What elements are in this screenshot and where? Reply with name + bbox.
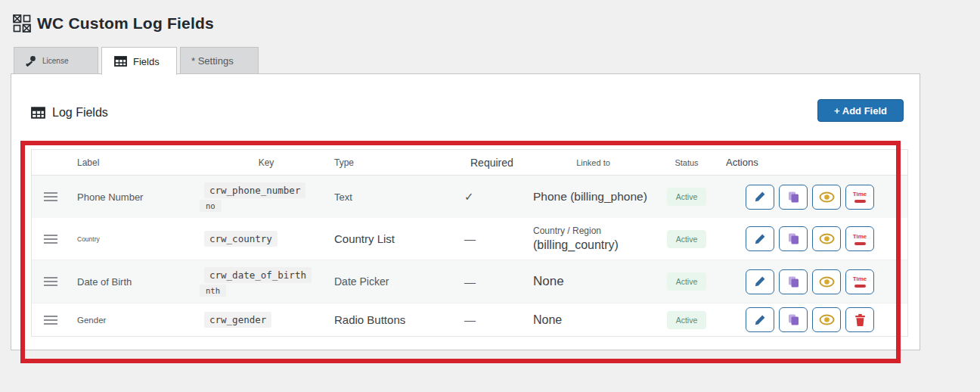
time-label: Time — [853, 233, 867, 240]
required-dash: — — [464, 313, 476, 326]
header-type: Type — [328, 150, 454, 175]
table-row: Country crw_country Country List — Count… — [32, 218, 907, 260]
header-key: Key — [198, 150, 328, 175]
time-label: Time — [853, 275, 867, 282]
linked-to-value: (billing_country) — [533, 238, 619, 252]
eye-icon — [819, 233, 835, 244]
required-dash: — — [464, 232, 476, 245]
field-label: Country — [77, 235, 100, 243]
duplicate-button[interactable] — [779, 307, 808, 332]
copy-icon — [787, 191, 800, 204]
delete-button[interactable]: Time — [845, 269, 874, 294]
action-buttons — [726, 307, 874, 332]
eye-icon-button[interactable] — [812, 269, 841, 294]
table-header-row: Label Key Type Required Linked to Status… — [32, 150, 907, 176]
panel-title: Log Fields — [52, 106, 108, 120]
pencil-icon — [754, 233, 766, 245]
eye-icon-button[interactable] — [812, 226, 841, 251]
log-fields-panel: Log Fields + Add Field Label Key Type Re… — [11, 73, 920, 350]
header-linked-to: Linked to — [528, 150, 653, 175]
linked-to-value: None — [533, 313, 562, 327]
pencil-icon — [754, 191, 766, 203]
field-key-code: crw_date_of_birth — [204, 267, 312, 283]
field-type: Country List — [334, 232, 395, 245]
field-type: Radio Buttons — [334, 313, 405, 326]
time-label: Time — [853, 191, 867, 198]
tab-fields[interactable]: Fields — [101, 47, 177, 75]
field-key-overflow: no — [200, 200, 222, 212]
header-status: Status — [653, 150, 720, 175]
page-header: WC Custom Log Fields — [12, 14, 214, 33]
panel-heading: Log Fields — [31, 106, 108, 120]
copy-icon — [787, 313, 800, 326]
field-label: Phone Number — [77, 191, 143, 203]
field-key-code: crw_country — [204, 231, 278, 247]
tab-license[interactable]: License — [14, 47, 98, 74]
drag-handle-icon[interactable] — [44, 316, 57, 325]
duplicate-button[interactable] — [779, 185, 808, 210]
admin-page: WC Custom Log Fields License — [0, 0, 980, 392]
field-key-code: crw_gender — [204, 312, 271, 328]
drag-handle-icon[interactable] — [44, 192, 57, 201]
duplicate-button[interactable] — [779, 269, 808, 294]
delete-button[interactable]: Time — [845, 226, 874, 251]
required-dash: — — [464, 275, 476, 288]
key-icon — [25, 55, 36, 67]
field-key-overflow: nth — [200, 285, 226, 297]
edit-button[interactable] — [746, 226, 774, 251]
eye-icon — [819, 314, 835, 325]
linked-to-value: Phone (billing_phone) — [533, 190, 647, 204]
table-row: Gender crw_gender Radio Buttons — None A… — [32, 303, 907, 336]
delete-button[interactable]: Time — [845, 185, 874, 210]
linked-to-value: None — [533, 274, 564, 289]
edit-button[interactable] — [746, 185, 774, 210]
field-type: Date Picker — [334, 275, 389, 288]
plugin-logo-icon — [12, 14, 32, 33]
status-badge: Active — [667, 311, 707, 329]
table-row: Date of Birth crw_date_of_birth nth Date… — [32, 260, 907, 303]
minus-icon — [854, 200, 866, 203]
table-row: Phone Number crw_phone_number no Text ✓ … — [32, 176, 907, 218]
header-handle-spacer — [32, 150, 70, 175]
copy-icon — [787, 232, 800, 245]
eye-icon-button[interactable] — [812, 307, 841, 332]
table-icon — [31, 107, 45, 119]
tab-bar: License Fields * Settings — [14, 47, 259, 75]
header-required: Required — [454, 150, 528, 175]
action-buttons: Time — [726, 269, 874, 294]
minus-icon — [854, 285, 866, 288]
status-badge: Active — [667, 272, 707, 291]
field-key-code: crw_phone_number — [204, 182, 305, 198]
action-buttons: Time — [726, 185, 874, 210]
duplicate-button[interactable] — [779, 226, 808, 251]
delete-button[interactable] — [845, 307, 874, 332]
status-badge: Active — [667, 188, 707, 206]
tab-settings[interactable]: * Settings — [180, 47, 259, 74]
add-field-button[interactable]: + Add Field — [817, 99, 904, 122]
copy-icon — [787, 275, 800, 288]
eye-icon — [819, 276, 835, 288]
edit-button[interactable] — [746, 269, 774, 294]
field-type: Text — [334, 191, 352, 203]
header-label: Label — [70, 150, 198, 175]
header-actions: Actions — [720, 150, 907, 175]
table-icon — [114, 56, 127, 67]
eye-icon-button[interactable] — [812, 185, 841, 210]
linked-to-label: Country / Region — [533, 226, 601, 236]
tab-license-label: License — [42, 57, 68, 65]
pencil-icon — [754, 314, 766, 326]
drag-handle-icon[interactable] — [44, 277, 57, 286]
minus-icon — [854, 242, 866, 245]
field-label: Date of Birth — [77, 276, 132, 288]
page-title: WC Custom Log Fields — [37, 14, 214, 33]
edit-button[interactable] — [746, 307, 774, 332]
trash-icon — [854, 313, 866, 326]
pencil-icon — [754, 275, 766, 288]
tab-settings-label: * Settings — [191, 55, 234, 67]
field-label: Gender — [77, 316, 106, 325]
drag-handle-icon[interactable] — [44, 235, 57, 244]
required-check: ✓ — [464, 190, 474, 204]
tab-fields-label: Fields — [133, 56, 160, 67]
status-badge: Active — [667, 230, 707, 248]
fields-table: Label Key Type Required Linked to Status… — [31, 149, 908, 337]
